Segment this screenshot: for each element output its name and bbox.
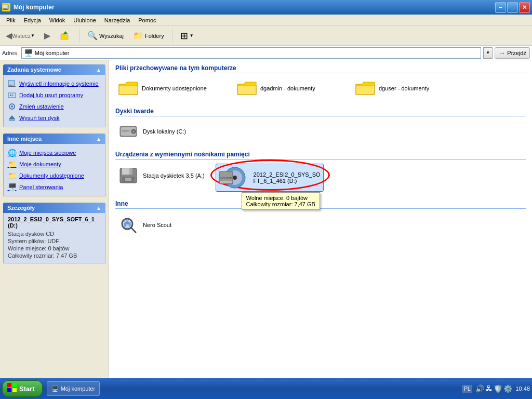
window-icon	[2, 3, 10, 11]
svg-rect-5	[61, 35, 68, 39]
list-item[interactable]: dgadmin - dokumenty	[234, 77, 348, 99]
view-dropdown-icon[interactable]: ▼	[190, 33, 194, 38]
details-title: 2012_2_ESI2_0_SYS_SOFT_6_1 (D:)	[8, 216, 101, 229]
sidebar-link-network[interactable]: 🌐 Moje miejsca sieciowe	[6, 147, 103, 158]
sidebar-link-sysinfo[interactable]: Wyświetl informacje o systemie	[6, 78, 103, 89]
list-item[interactable]: DVD-ROM 2012_2_ESI2_0_SYS_SOFT_6_1_461 (…	[216, 164, 324, 192]
view-button[interactable]: ⊞ ▼	[177, 28, 197, 44]
start-button[interactable]: Start	[2, 380, 43, 397]
content-area: Pliki przechowywane na tym komputerze Do…	[109, 60, 532, 378]
list-item[interactable]: Dysk lokalny (C:)	[115, 121, 230, 142]
tray-icon-1: 🔊	[475, 384, 484, 393]
floppy-label: Stacja dyskietek 3,5 (A:)	[143, 172, 205, 179]
dvd-item-wrapper: DVD-ROM 2012_2_ESI2_0_SYS_SOFT_6_1_461 (…	[216, 164, 324, 192]
other-list: Nero Scout	[115, 213, 526, 237]
settings-icon	[8, 102, 16, 111]
go-label: Przejdź	[507, 50, 526, 56]
address-label: Adres	[2, 50, 19, 56]
folders-label: Foldery	[145, 33, 164, 39]
dvd-icon: DVD-ROM	[218, 166, 249, 189]
sidebar-link-addremove[interactable]: +/- Dodaj lub usuń programy	[6, 89, 103, 101]
mydocs-icon: 📁	[8, 160, 16, 168]
places-section-header[interactable]: Inne miejsca ▲	[3, 134, 105, 144]
list-item[interactable]: dguser - dokumenty	[352, 77, 467, 99]
minimize-button[interactable]: –	[495, 2, 506, 13]
menu-view[interactable]: Widok	[45, 16, 70, 24]
address-dropdown[interactable]: ▼	[483, 47, 493, 59]
close-button[interactable]: ✕	[519, 2, 530, 13]
sidebar-link-shareddocs[interactable]: 📁 Dokumenty udostępnione	[6, 170, 103, 181]
view-icon: ⊞	[180, 30, 188, 42]
address-text: Mój komputer	[35, 50, 70, 56]
shareddocs-icon: 📁	[8, 171, 16, 180]
sysinfo-icon	[8, 79, 16, 88]
menu-help[interactable]: Pomoc	[134, 16, 160, 24]
language-badge: PL	[462, 385, 472, 393]
menu-edit[interactable]: Edycja	[20, 16, 45, 24]
back-dropdown-icon[interactable]: ▼	[31, 33, 35, 38]
menu-file[interactable]: Plik	[2, 16, 20, 24]
svg-point-13	[11, 105, 13, 108]
controlpanel-label: Panel sterowania	[19, 184, 63, 190]
sidebar-link-mydocs[interactable]: 📁 Moje dokumenty	[6, 158, 103, 170]
go-button[interactable]: → Przejdź	[495, 47, 530, 59]
taskbar-app-mycomputer[interactable]: 🖥️ Mój komputer	[47, 381, 100, 396]
tasks-section-body: Wyświetl informacje o systemie +/- Dodaj…	[3, 75, 105, 127]
network-label: Moje miejsca sieciowe	[19, 150, 76, 156]
svg-marker-14	[9, 115, 15, 119]
mydocs-label: Moje dokumenty	[19, 161, 61, 167]
tasks-section-header[interactable]: Zadania systemowe ▲	[3, 64, 105, 75]
file-label: Dokumenty udostępnione	[142, 85, 207, 91]
up-button[interactable]	[56, 28, 75, 44]
svg-marker-6	[63, 31, 68, 34]
sidebar-link-eject[interactable]: Wysuń ten dysk	[6, 112, 103, 124]
taskbar-app-label: Mój komputer	[61, 385, 96, 392]
forward-button[interactable]: ▶	[41, 29, 54, 43]
nero-scout-label: Nero Scout	[143, 222, 171, 228]
details-row-3: Całkowity rozmiar: 7,47 GB	[8, 252, 101, 259]
list-item[interactable]: Stacja dyskietek 3,5 (A:)	[115, 164, 207, 188]
sysinfo-label: Wyświetl informacje o systemie	[19, 81, 99, 87]
folders-button[interactable]: 📁 Foldery	[129, 29, 168, 43]
sidebar-link-settings[interactable]: Zmień ustawienie	[6, 101, 103, 112]
places-section-body: 🌐 Moje miejsca sieciowe 📁 Moje dokumenty…	[3, 144, 105, 196]
taskbar-app-icon: 🖥️	[51, 385, 59, 392]
taskbar-apps: 🖥️ Mój komputer	[47, 381, 100, 396]
svg-point-29	[233, 176, 237, 180]
titlebar: Mój komputer – □ ✕	[0, 0, 532, 15]
svg-line-35	[131, 228, 136, 232]
details-section-body: 2012_2_ESI2_0_SYS_SOFT_6_1 (D:) Stacja d…	[3, 213, 105, 263]
computer-icon: 🖥️	[24, 49, 33, 57]
menu-tools[interactable]: Narzędzia	[100, 16, 135, 24]
settings-label: Zmień ustawienie	[19, 103, 64, 110]
files-section-title: Pliki przechowywane na tym komputerze	[115, 64, 526, 73]
devices-grid: Stacja dyskietek 3,5 (A:)	[115, 164, 526, 192]
file-label: dgadmin - dokumenty	[260, 85, 315, 91]
search-button[interactable]: 🔍 Wyszukaj	[84, 29, 127, 43]
search-icon: 🔍	[87, 31, 98, 41]
svg-rect-31	[220, 181, 232, 183]
maximize-button[interactable]: □	[507, 2, 518, 13]
hdd-label: Dysk lokalny (C:)	[143, 128, 186, 135]
svg-rect-1	[3, 5, 8, 8]
system-clock: 10:48	[515, 385, 530, 392]
sidebar-link-controlpanel[interactable]: 🖥️ Panel sterowania	[6, 181, 103, 193]
list-item[interactable]: Nero Scout	[115, 213, 526, 237]
details-section-header[interactable]: Szczegóły ▲	[3, 203, 105, 213]
back-arrow-icon: ◀	[6, 31, 12, 41]
titlebar-left: Mój komputer	[2, 3, 55, 11]
tasks-section-title: Zadania systemowe	[7, 66, 61, 73]
svg-rect-15	[9, 119, 15, 121]
titlebar-title: Mój komputer	[14, 4, 55, 11]
nero-scout-icon	[118, 216, 139, 234]
back-button[interactable]: ◀ Wstecz ▼	[2, 29, 38, 43]
menu-favorites[interactable]: Ulubione	[69, 16, 100, 24]
network-icon: 🌐	[8, 149, 16, 157]
sidebar: Zadania systemowe ▲ Wyświetl informacje …	[0, 60, 109, 378]
go-arrow-icon: →	[498, 49, 506, 57]
places-collapse-icon: ▲	[96, 136, 101, 142]
svg-rect-26	[125, 178, 131, 181]
list-item[interactable]: Dokumenty udostępnione	[115, 77, 230, 99]
svg-rect-21	[122, 132, 126, 133]
address-field[interactable]: 🖥️ Mój komputer	[21, 47, 482, 59]
